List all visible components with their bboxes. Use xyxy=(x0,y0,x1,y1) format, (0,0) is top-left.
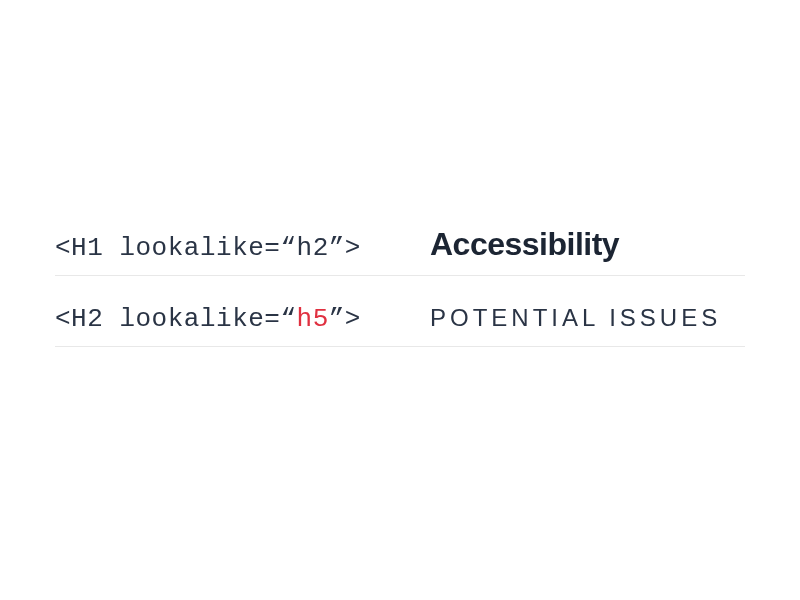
code-suffix: ”> xyxy=(329,233,361,263)
rendered-heading-accessibility: Accessibility xyxy=(430,226,619,263)
heading-row-1: <H1 lookalike=“h2”> Accessibility xyxy=(55,226,745,276)
code-suffix: ”> xyxy=(329,304,361,334)
code-tag-h1: <H1 lookalike=“h2”> xyxy=(55,233,430,263)
heading-row-2: <H2 lookalike=“h5”> POTENTIAL ISSUES xyxy=(55,304,745,347)
code-attr-value-highlighted: h5 xyxy=(297,304,329,334)
code-attr-value: h2 xyxy=(297,233,329,263)
code-tag-h2: <H2 lookalike=“h5”> xyxy=(55,304,430,334)
rendered-heading-potential-issues: POTENTIAL ISSUES xyxy=(430,304,721,332)
code-prefix: <H2 lookalike=“ xyxy=(55,304,297,334)
code-prefix: <H1 lookalike=“ xyxy=(55,233,297,263)
